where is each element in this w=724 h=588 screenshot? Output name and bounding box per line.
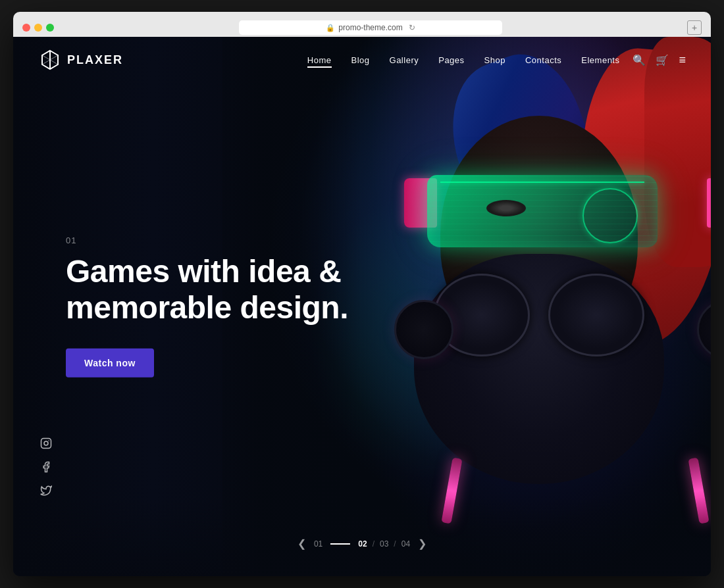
hero-title: Games with idea & memorable design.	[66, 253, 355, 326]
vent-left	[394, 300, 453, 359]
eye	[486, 200, 526, 216]
nav-item-pages[interactable]: Pages	[438, 55, 464, 65]
logo[interactable]: PLAXER	[39, 49, 123, 70]
slide-number-label: 01	[66, 235, 355, 245]
social-bar	[39, 437, 53, 497]
reload-icon[interactable]: ↻	[409, 23, 415, 32]
nav-item-contacts[interactable]: Contacts	[525, 55, 561, 65]
address-bar[interactable]: 🔒 promo-theme.com ↻	[239, 20, 502, 35]
lock-icon: 🔒	[326, 24, 335, 32]
slide-3-indicator[interactable]: 03	[380, 539, 388, 549]
logo-icon	[39, 49, 61, 70]
cart-icon[interactable]: 🛒	[656, 54, 669, 66]
url-text: promo-theme.com	[338, 23, 402, 32]
logo-text: PLAXER	[67, 53, 123, 67]
vent-right	[697, 300, 711, 359]
hamburger-icon[interactable]: ≡	[679, 53, 685, 67]
slide-indicators: 01 02 / 03 / 04	[314, 539, 410, 549]
prev-arrow[interactable]: ❮	[297, 537, 306, 550]
character	[328, 37, 711, 576]
bottom-gradient	[13, 497, 711, 576]
hero-content: 01 Games with idea & memorable design. W…	[66, 235, 355, 378]
nav-item-gallery[interactable]: Gallery	[390, 55, 419, 65]
navbar: PLAXER Home Blog Gallery Pages Shop Cont…	[13, 37, 711, 83]
watch-now-button[interactable]: Watch now	[66, 349, 154, 378]
browser-window: 🔒 promo-theme.com ↻ +	[13, 12, 711, 576]
nav-item-blog[interactable]: Blog	[351, 55, 370, 65]
gas-mask	[414, 254, 664, 484]
nav-item-shop[interactable]: Shop	[484, 55, 505, 65]
svg-rect-4	[41, 439, 51, 449]
visor-lines	[427, 175, 658, 247]
nav-item-elements[interactable]: Elements	[581, 55, 619, 65]
slide-4-indicator[interactable]: 04	[401, 539, 410, 549]
nav-item-home[interactable]: Home	[307, 55, 332, 65]
slide-divider-1: /	[373, 539, 375, 549]
website: PLAXER Home Blog Gallery Pages Shop Cont…	[13, 37, 711, 576]
slide-active-bar	[330, 543, 350, 545]
next-arrow[interactable]: ❯	[418, 537, 427, 550]
instagram-icon[interactable]	[39, 437, 53, 450]
traffic-lights	[22, 24, 54, 32]
slide-divider-2: /	[394, 539, 396, 549]
nav-menu: Home Blog Gallery Pages Shop Contacts El…	[307, 55, 620, 65]
svg-point-6	[48, 440, 49, 441]
facebook-icon[interactable]	[39, 460, 53, 474]
slide-1-indicator[interactable]: 01	[314, 539, 323, 549]
slide-2-indicator[interactable]: 02	[358, 539, 367, 549]
browser-chrome: 🔒 promo-theme.com ↻ +	[13, 12, 711, 37]
visor	[427, 175, 658, 247]
search-icon[interactable]: 🔍	[633, 54, 646, 66]
visor-accent-right	[707, 178, 711, 228]
close-light[interactable]	[22, 24, 30, 32]
svg-point-5	[44, 441, 48, 445]
twitter-icon[interactable]	[39, 484, 53, 497]
slide-navigation: ❮ 01 02 / 03 / 04 ❯	[297, 537, 427, 550]
nav-actions: 🔍 🛒 ≡	[633, 53, 685, 67]
maximize-light[interactable]	[46, 24, 54, 32]
new-tab-button[interactable]: +	[687, 20, 702, 35]
minimize-light[interactable]	[34, 24, 42, 32]
